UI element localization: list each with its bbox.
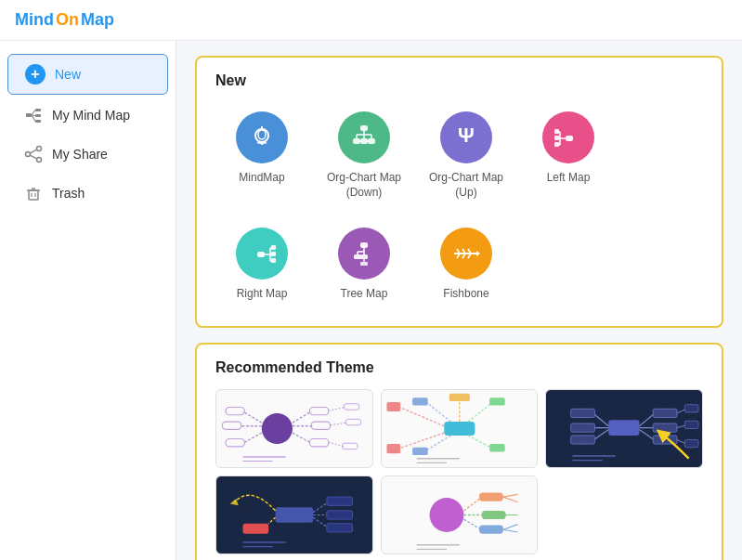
svg-rect-24 xyxy=(360,125,368,131)
svg-rect-60 xyxy=(360,262,368,266)
svg-rect-58 xyxy=(360,254,368,259)
svg-line-91 xyxy=(399,407,444,425)
map-item-left-map[interactable]: Left Map xyxy=(522,102,615,209)
theme-item-2[interactable] xyxy=(381,389,539,468)
svg-point-141 xyxy=(429,498,463,532)
tree-map-label: Tree Map xyxy=(341,287,388,302)
svg-rect-32 xyxy=(368,138,375,144)
sidebar-item-trash[interactable]: Trash xyxy=(7,175,168,212)
svg-rect-115 xyxy=(685,404,699,411)
svg-line-134 xyxy=(313,517,329,527)
svg-rect-50 xyxy=(271,252,276,256)
sidebar-item-new-label: New xyxy=(55,67,81,82)
theme-item-5[interactable] xyxy=(381,475,539,554)
org-chart-down-label: Org-Chart Map(Down) xyxy=(327,171,401,200)
svg-rect-100 xyxy=(386,444,400,453)
map-item-tree-map[interactable]: Tree Map xyxy=(318,218,410,311)
svg-rect-30 xyxy=(353,138,360,144)
svg-rect-125 xyxy=(571,436,595,444)
org-chart-up-label: Org-Chart Map (Up) xyxy=(425,171,507,200)
logo-text-on: On xyxy=(56,10,79,30)
map-grid: MindMap xyxy=(215,102,703,311)
svg-rect-87 xyxy=(342,443,358,449)
svg-line-142 xyxy=(463,498,480,511)
right-map-label: Right Map xyxy=(237,287,288,302)
svg-rect-0 xyxy=(26,113,32,117)
svg-rect-2 xyxy=(35,114,41,117)
map-item-fishbone[interactable]: Fishbone xyxy=(420,218,513,311)
fishbone-icon-circle xyxy=(440,228,492,280)
svg-rect-73 xyxy=(222,422,241,429)
map-item-right-map[interactable]: Right Map xyxy=(215,218,308,311)
svg-rect-121 xyxy=(571,409,595,417)
svg-line-130 xyxy=(313,501,329,512)
left-map-label: Left Map xyxy=(547,171,591,186)
theme-item-3[interactable] xyxy=(545,389,703,468)
content-area: New xyxy=(176,41,742,560)
svg-rect-109 xyxy=(654,409,678,417)
org-chart-down-icon-circle xyxy=(338,111,390,163)
svg-line-103 xyxy=(468,436,492,449)
right-map-icon-circle xyxy=(236,228,288,280)
svg-line-138 xyxy=(268,517,275,523)
svg-rect-107 xyxy=(609,420,640,436)
theme-item-4[interactable] xyxy=(215,475,373,554)
app-logo: Mind On Map xyxy=(15,10,114,30)
svg-rect-143 xyxy=(479,492,503,501)
svg-rect-42 xyxy=(554,142,559,147)
svg-rect-96 xyxy=(449,393,469,400)
svg-line-86 xyxy=(329,442,345,447)
svg-rect-137 xyxy=(242,524,268,534)
svg-rect-3 xyxy=(35,120,41,123)
svg-line-150 xyxy=(503,529,518,532)
fishbone-label: Fishbone xyxy=(443,287,488,302)
svg-line-151 xyxy=(503,497,518,502)
svg-line-11 xyxy=(30,155,36,159)
svg-rect-81 xyxy=(309,438,328,446)
svg-line-152 xyxy=(503,524,518,529)
sidebar-item-my-mind-map[interactable]: My Mind Map xyxy=(7,97,168,134)
svg-line-70 xyxy=(242,411,261,423)
sidebar-item-trash-label: Trash xyxy=(52,186,85,201)
svg-line-120 xyxy=(594,414,609,426)
svg-rect-104 xyxy=(489,444,505,451)
svg-line-93 xyxy=(426,403,450,422)
logo-text-map: Map xyxy=(81,10,114,30)
theme-item-1[interactable] xyxy=(215,389,373,468)
svg-line-108 xyxy=(640,414,655,426)
mindmap-label: MindMap xyxy=(239,171,284,186)
svg-rect-31 xyxy=(360,138,368,144)
svg-rect-147 xyxy=(479,525,503,533)
new-section-title: New xyxy=(215,72,703,89)
svg-rect-51 xyxy=(271,258,276,263)
svg-rect-123 xyxy=(571,423,595,432)
svg-rect-90 xyxy=(444,422,475,436)
svg-rect-133 xyxy=(327,511,353,519)
map-item-mindmap[interactable]: MindMap xyxy=(215,102,308,209)
svg-line-76 xyxy=(293,411,311,423)
svg-line-82 xyxy=(329,407,345,410)
sidebar-item-my-share[interactable]: My Share xyxy=(7,136,168,173)
svg-point-69 xyxy=(262,413,293,444)
svg-rect-94 xyxy=(412,397,428,405)
svg-point-9 xyxy=(37,158,42,163)
svg-point-17 xyxy=(255,129,268,142)
sidebar-item-new[interactable]: + New xyxy=(7,54,168,95)
svg-rect-71 xyxy=(226,407,244,414)
map-item-org-chart-down[interactable]: Org-Chart Map(Down) xyxy=(318,102,410,209)
svg-rect-102 xyxy=(412,448,428,455)
share-icon xyxy=(24,145,43,163)
svg-rect-131 xyxy=(327,497,353,505)
svg-rect-145 xyxy=(481,511,505,519)
svg-rect-1 xyxy=(35,109,41,111)
svg-rect-23 xyxy=(259,142,265,144)
svg-point-21 xyxy=(258,130,266,139)
svg-rect-52 xyxy=(360,242,368,248)
svg-line-10 xyxy=(30,150,36,153)
map-item-org-chart-up[interactable]: Ψ Org-Chart Map (Up) xyxy=(420,102,513,209)
mindmap-icon-circle xyxy=(236,111,288,163)
svg-rect-129 xyxy=(276,507,314,523)
recommended-section: Recommended Theme xyxy=(195,343,723,560)
logo-text-mind: Mind xyxy=(15,10,54,30)
svg-line-146 xyxy=(463,519,480,529)
